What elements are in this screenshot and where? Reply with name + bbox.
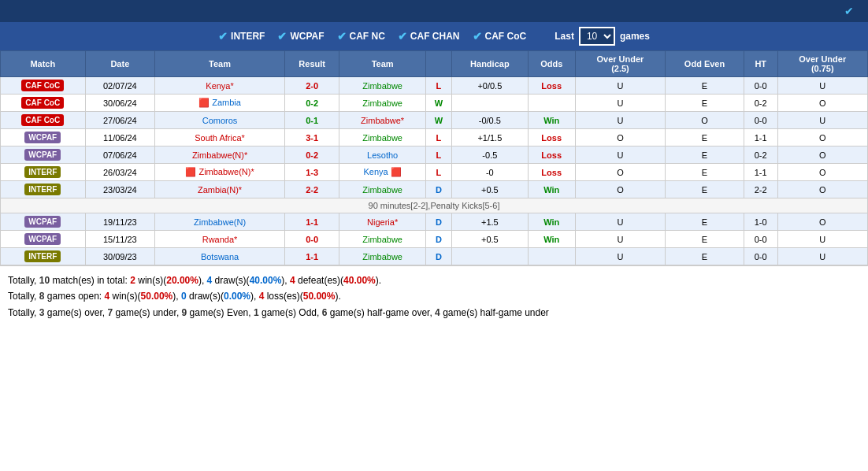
- team1-name: Zimbabwe(N)*: [155, 146, 285, 164]
- match-odds: Win: [528, 231, 575, 248]
- match-result: 1-3: [284, 164, 339, 181]
- over-under-075: O: [777, 95, 868, 112]
- filter-cafnc[interactable]: ✔ CAF NC: [337, 30, 385, 43]
- over-under-25: U: [575, 231, 665, 248]
- over-under-25: U: [575, 213, 665, 231]
- col-oe: Odd Even: [666, 51, 744, 77]
- filter-wcpaf-label: WCPAF: [290, 31, 324, 42]
- team1-name: Rwanda*: [155, 231, 285, 248]
- match-badge: WCPAF: [1, 231, 86, 248]
- odd-even: E: [666, 95, 744, 112]
- match-outcome: D: [425, 248, 451, 265]
- team1-name: 🟥 Zimbabwe(N)*: [155, 164, 285, 181]
- table-row: WCPAF19/11/23Zimbabwe(N)1-1Nigeria*D+1.5…: [1, 213, 868, 231]
- match-badge: INTERF: [1, 181, 86, 198]
- team2-name: Zimbabwe: [339, 129, 425, 146]
- match-handicap: -0/0.5: [452, 112, 529, 129]
- match-outcome: W: [425, 95, 451, 112]
- half-time-result: 1-1: [744, 164, 777, 181]
- match-odds: Loss: [528, 129, 575, 146]
- games-label: games: [620, 31, 650, 42]
- odd-even: E: [666, 248, 744, 265]
- match-handicap: +1/1.5: [452, 129, 529, 146]
- team2-name: Zimbabwe: [339, 95, 425, 112]
- team2-name: Zimbabwe*: [339, 112, 425, 129]
- half-time-result: 1-1: [744, 129, 777, 146]
- col-outcome: [425, 51, 451, 77]
- match-badge: INTERF: [1, 248, 86, 265]
- over-under-25: U: [575, 146, 665, 164]
- odd-even: E: [666, 213, 744, 231]
- match-handicap: -0: [452, 164, 529, 181]
- table-row: INTERF26/03/24🟥 Zimbabwe(N)*1-3Kenya 🟥L-…: [1, 164, 868, 181]
- match-date: 23/03/24: [85, 181, 155, 198]
- over-under-075: O: [777, 129, 868, 146]
- col-team2: Team: [339, 51, 425, 77]
- team1-name: Zimbabwe(N): [155, 213, 285, 231]
- match-result: 0-2: [284, 95, 339, 112]
- match-odds: [528, 248, 575, 265]
- filter-cafcoc-label: CAF CoC: [485, 31, 527, 42]
- filter-cafchan[interactable]: ✔ CAF CHAN: [398, 30, 460, 43]
- match-handicap: [452, 95, 529, 112]
- match-handicap: +1.5: [452, 213, 529, 231]
- cafchan-check-icon: ✔: [398, 30, 407, 43]
- interf-check-icon: ✔: [218, 30, 228, 43]
- col-result: Result: [284, 51, 339, 77]
- match-date: 15/11/23: [85, 231, 155, 248]
- display-notes-check: ✔: [844, 5, 854, 17]
- team1-name: 🟥 Zambia: [155, 95, 285, 112]
- half-time-result: 0-0: [744, 231, 777, 248]
- last-label: Last: [555, 31, 574, 42]
- over-under-25: O: [575, 164, 665, 181]
- odd-even: E: [666, 129, 744, 146]
- filter-bar: ✔ INTERF ✔ WCPAF ✔ CAF NC ✔ CAF CHAN ✔ C…: [0, 22, 868, 50]
- table-row: INTERF23/03/24Zambia(N)*2-2ZimbabweD+0.5…: [1, 181, 868, 198]
- col-odds: Odds: [528, 51, 575, 77]
- table-header-row: Match Date Team Result Team Handicap Odd…: [1, 51, 868, 77]
- over-under-25: U: [575, 248, 665, 265]
- match-badge: CAF CoC: [1, 77, 86, 95]
- cafcoc-check-icon: ✔: [473, 30, 482, 43]
- table-row: WCPAF07/06/24Zimbabwe(N)*0-2LesothoL-0.5…: [1, 146, 868, 164]
- team1-name: Botswana: [155, 248, 285, 265]
- half-time-result: 0-0: [744, 248, 777, 265]
- match-odds: Win: [528, 213, 575, 231]
- match-badge: INTERF: [1, 164, 86, 181]
- match-outcome: L: [425, 164, 451, 181]
- filter-cafchan-label: CAF CHAN: [410, 31, 460, 42]
- summary-line: Totally, 8 games open: 4 win(s)(50.00%),…: [8, 288, 860, 304]
- table-row: INTERF30/09/23Botswana1-1ZimbabweDUE0-0U: [1, 248, 868, 265]
- filter-wcpaf[interactable]: ✔ WCPAF: [277, 30, 324, 43]
- match-outcome: D: [425, 231, 451, 248]
- col-ht: HT: [744, 51, 777, 77]
- match-result: 0-1: [284, 112, 339, 129]
- last-games-filter: Last 5 10 15 20 25 30 games: [555, 27, 650, 46]
- over-under-075: O: [777, 164, 868, 181]
- over-under-25: O: [575, 129, 665, 146]
- team2-name: Nigeria*: [339, 213, 425, 231]
- match-badge: WCPAF: [1, 146, 86, 164]
- odd-even: E: [666, 146, 744, 164]
- over-under-075: O: [777, 146, 868, 164]
- half-time-result: 0-0: [744, 77, 777, 95]
- match-odds: Loss: [528, 146, 575, 164]
- match-handicap: -0.5: [452, 146, 529, 164]
- over-under-25: U: [575, 77, 665, 95]
- last-games-select[interactable]: 5 10 15 20 25 30: [579, 27, 615, 46]
- match-result: 0-0: [284, 231, 339, 248]
- match-result: 1-1: [284, 213, 339, 231]
- filter-cafcoc[interactable]: ✔ CAF CoC: [473, 30, 527, 43]
- table-row: CAF CoC30/06/24🟥 Zambia0-2ZimbabweWUE0-2…: [1, 95, 868, 112]
- display-notes-container: ✔: [844, 5, 859, 17]
- header: ✔: [0, 0, 868, 22]
- half-time-result: 1-0: [744, 213, 777, 231]
- filter-interf[interactable]: ✔ INTERF: [218, 30, 265, 43]
- match-outcome: L: [425, 146, 451, 164]
- match-outcome: W: [425, 112, 451, 129]
- over-under-075: U: [777, 248, 868, 265]
- match-handicap: +0.5: [452, 181, 529, 198]
- match-outcome: D: [425, 213, 451, 231]
- match-handicap: +0/0.5: [452, 77, 529, 95]
- odd-even: E: [666, 181, 744, 198]
